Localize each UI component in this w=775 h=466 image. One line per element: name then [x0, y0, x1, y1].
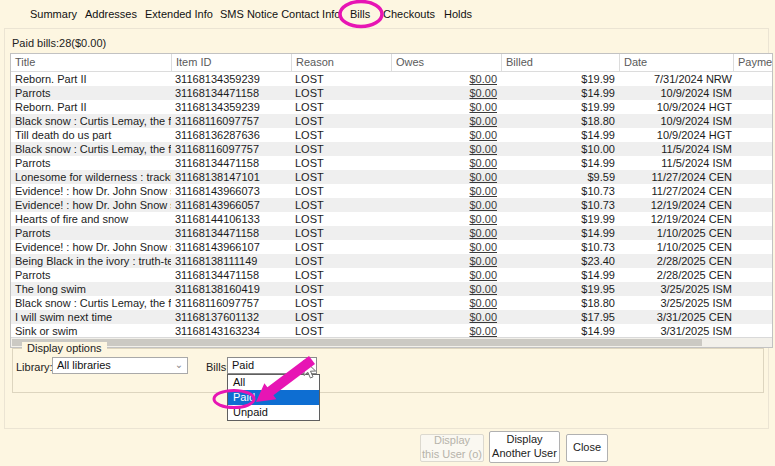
- column-header-date[interactable]: Date: [619, 54, 733, 71]
- owes-amount-link[interactable]: $0.00: [469, 157, 497, 169]
- dropdown-option-paid[interactable]: Paid: [228, 390, 319, 405]
- cell-item-id: 31168144106133: [171, 212, 291, 226]
- tab-summary[interactable]: Summary: [30, 8, 77, 20]
- table-row[interactable]: Black snow : Curtis Lemay, the fir...311…: [11, 296, 772, 310]
- cell-reason: LOST: [291, 184, 391, 198]
- table-row[interactable]: Evidence! : how Dr. John Snow so...31168…: [11, 184, 772, 198]
- column-header-owes[interactable]: Owes: [391, 54, 501, 71]
- cell-owes: $0.00: [391, 114, 501, 128]
- table-row[interactable]: The long swim31168138160419LOST$0.00$19.…: [11, 282, 772, 296]
- table-row[interactable]: Parrots31168134471158LOST$0.00$14.991/10…: [11, 226, 772, 240]
- table-row[interactable]: Lonesome for wilderness : trackin...3116…: [11, 170, 772, 184]
- cell-payment: [733, 156, 772, 170]
- cell-reason: LOST: [291, 128, 391, 142]
- table-row[interactable]: I will swim next time31168137601132LOST$…: [11, 310, 772, 324]
- cell-title: Sink or swim: [11, 324, 171, 338]
- button-label: Display: [434, 434, 470, 446]
- close-button[interactable]: Close: [566, 434, 608, 462]
- owes-amount-link[interactable]: $0.00: [469, 73, 497, 85]
- bills-label: Bills:: [206, 361, 229, 373]
- table-row[interactable]: Reborn. Part II31168134359239LOST$0.00$1…: [11, 100, 772, 114]
- tab-extended-info[interactable]: Extended Info: [145, 8, 213, 20]
- table-row[interactable]: Sink or swim31168143163234LOST$0.00$14.9…: [11, 324, 772, 338]
- cell-payment: [733, 240, 772, 254]
- owes-amount-link[interactable]: $0.00: [469, 269, 497, 281]
- table-row[interactable]: Being Black in the ivory : truth-telli..…: [11, 254, 772, 268]
- table-row[interactable]: Evidence! : how Dr. John Snow so...31168…: [11, 240, 772, 254]
- display-another-user-button[interactable]: Display Another User: [489, 431, 560, 463]
- cell-title: Parrots: [11, 226, 171, 240]
- horizontal-scrollbar[interactable]: [11, 337, 772, 347]
- cell-payment: [733, 72, 772, 86]
- cell-owes: $0.00: [391, 212, 501, 226]
- cell-reason: LOST: [291, 226, 391, 240]
- owes-amount-link[interactable]: $0.00: [469, 311, 497, 323]
- table-row[interactable]: Evidence! : how Dr. John Snow so...31168…: [11, 198, 772, 212]
- cell-owes: $0.00: [391, 240, 501, 254]
- dropdown-option-all[interactable]: All: [228, 375, 319, 390]
- cell-billed: $10.73: [501, 240, 619, 254]
- owes-amount-link[interactable]: $0.00: [469, 143, 497, 155]
- cell-owes: $0.00: [391, 184, 501, 198]
- cell-item-id: 31168138160419: [171, 282, 291, 296]
- dropdown-option-unpaid[interactable]: Unpaid: [228, 405, 319, 420]
- owes-amount-link[interactable]: $0.00: [469, 213, 497, 225]
- table-row[interactable]: Black snow : Curtis Lemay, the fir...311…: [11, 142, 772, 156]
- library-select[interactable]: All libraries ⌄: [52, 357, 188, 374]
- cell-owes: $0.00: [391, 86, 501, 100]
- table-row[interactable]: Parrots31168134471158LOST$0.00$14.9911/5…: [11, 156, 772, 170]
- cell-title: Reborn. Part II: [11, 72, 171, 86]
- table-row[interactable]: Black snow : Curtis Lemay, the fir...311…: [11, 114, 772, 128]
- cell-owes: $0.00: [391, 198, 501, 212]
- owes-amount-link[interactable]: $0.00: [469, 227, 497, 239]
- display-options-legend: Display options: [22, 342, 107, 354]
- cell-payment: [733, 282, 772, 296]
- cell-owes: $0.00: [391, 128, 501, 142]
- cell-item-id: 31168143966073: [171, 184, 291, 198]
- cell-owes: $0.00: [391, 170, 501, 184]
- cell-billed: $18.80: [501, 296, 619, 310]
- display-this-user-button: Display this User (o): [420, 434, 484, 462]
- column-header-title[interactable]: Title: [11, 54, 171, 71]
- table-row[interactable]: Reborn. Part II31168134359239LOST$0.00$1…: [11, 72, 772, 86]
- owes-amount-link[interactable]: $0.00: [469, 171, 497, 183]
- owes-amount-link[interactable]: $0.00: [469, 241, 497, 253]
- tab-checkouts[interactable]: Checkouts: [383, 8, 435, 20]
- owes-amount-link[interactable]: $0.00: [469, 255, 497, 267]
- table-row[interactable]: Till death do us part31168136287636LOST$…: [11, 128, 772, 142]
- owes-amount-link[interactable]: $0.00: [469, 185, 497, 197]
- cell-reason: LOST: [291, 198, 391, 212]
- owes-amount-link[interactable]: $0.00: [469, 115, 497, 127]
- owes-amount-link[interactable]: $0.00: [469, 199, 497, 211]
- table-row[interactable]: Parrots31168134471158LOST$0.00$14.992/28…: [11, 268, 772, 282]
- cell-item-id: 31168134359239: [171, 100, 291, 114]
- column-header-payment[interactable]: Payment: [733, 54, 772, 71]
- tab-holds[interactable]: Holds: [444, 8, 472, 20]
- owes-amount-link[interactable]: $0.00: [469, 297, 497, 309]
- column-header-billed[interactable]: Billed: [501, 54, 619, 71]
- cell-billed: $10.73: [501, 198, 619, 212]
- table-row[interactable]: Hearts of fire and snow31168144106133LOS…: [11, 212, 772, 226]
- owes-amount-link[interactable]: $0.00: [469, 283, 497, 295]
- owes-amount-link[interactable]: $0.00: [469, 129, 497, 141]
- horizontal-scrollbar-thumb[interactable]: [12, 339, 702, 346]
- cell-title: Being Black in the ivory : truth-telli..…: [11, 254, 171, 268]
- tab-sms-notice-contact-info[interactable]: SMS Notice Contact Info: [220, 8, 340, 20]
- cell-date-branch: 7/31/2024 NRW: [619, 72, 733, 86]
- cell-date-branch: 12/19/2024 CEN: [619, 212, 733, 226]
- column-header-item-id[interactable]: Item ID: [171, 54, 291, 71]
- table-row[interactable]: Parrots31168134471158LOST$0.00$14.9910/9…: [11, 86, 772, 100]
- cell-title: The long swim: [11, 282, 171, 296]
- owes-amount-link[interactable]: $0.00: [469, 87, 497, 99]
- column-header-reason[interactable]: Reason: [291, 54, 391, 71]
- tab-bills[interactable]: Bills: [350, 8, 370, 20]
- cell-reason: LOST: [291, 268, 391, 282]
- cell-billed: $18.80: [501, 114, 619, 128]
- paid-bills-table: TitleItem IDReasonOwesBilledDatePayment …: [10, 53, 773, 348]
- bills-select[interactable]: Paid ⌄: [227, 357, 317, 374]
- cell-billed: $9.59: [501, 170, 619, 184]
- tab-addresses[interactable]: Addresses: [85, 8, 137, 20]
- chevron-down-icon: ⌄: [173, 358, 185, 373]
- owes-amount-link[interactable]: $0.00: [469, 325, 497, 337]
- owes-amount-link[interactable]: $0.00: [469, 101, 497, 113]
